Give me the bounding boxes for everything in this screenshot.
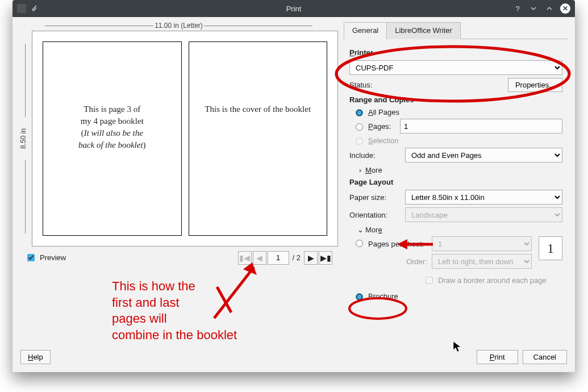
preview-checkbox[interactable] — [27, 254, 35, 261]
tab-general[interactable]: General — [344, 22, 387, 39]
status-label: Status: — [349, 81, 401, 89]
preview-page-right: This is the cover of the booklet — [189, 41, 328, 236]
help-titlebar-button[interactable]: ? — [512, 3, 523, 14]
pager-prev-button[interactable]: ◀ — [253, 251, 266, 265]
order-select: Left to right, then down — [432, 254, 532, 269]
preview-label: Preview — [40, 253, 66, 262]
draw-border-checkbox — [426, 277, 433, 284]
pager-current-input[interactable] — [268, 251, 289, 265]
pages-per-sheet-select: 1 — [432, 236, 532, 251]
help-button[interactable]: Help — [20, 350, 51, 364]
all-pages-label: All Pages — [368, 108, 399, 116]
chevron-down-icon: ⌄ — [357, 226, 363, 234]
footer: Help Print Cancel — [12, 344, 575, 372]
ruler-left: 8.50 in — [19, 31, 32, 247]
order-label: Order: — [368, 257, 427, 266]
brochure-label: Brochure — [368, 292, 398, 301]
preview-sheet: This is page 3 of my 4 page booklet (It … — [32, 31, 338, 247]
print-button[interactable]: Print — [477, 350, 518, 364]
preview-text: It will also be the — [84, 128, 143, 137]
pager-next-button[interactable]: ▶ — [304, 251, 318, 265]
selection-label: Selection — [368, 136, 398, 145]
preview-page-left: This is page 3 of my 4 page booklet (It … — [43, 41, 182, 236]
pages-radio[interactable] — [356, 123, 363, 131]
ruler-top: 11.00 in (Letter) — [19, 22, 338, 30]
window-title: Print — [12, 5, 575, 13]
close-titlebar-button[interactable]: ✕ — [560, 3, 570, 14]
preview-text: my 4 page booklet — [81, 116, 144, 126]
pager: ▮◀ ◀ / 2 ▶ ▶▮ — [238, 251, 332, 265]
settings-pane: General LibreOffice Writer Printer CUPS-… — [344, 22, 568, 344]
range-more-expander[interactable]: › More — [357, 166, 562, 174]
pages-per-sheet-label: Pages per sheet: — [368, 240, 427, 248]
all-pages-radio[interactable] — [356, 109, 363, 116]
draw-border-label: Draw a border around each page — [438, 276, 547, 285]
pin-icon[interactable] — [31, 5, 39, 12]
pager-first-button[interactable]: ▮◀ — [238, 251, 252, 265]
layout-more-expander[interactable]: ⌄ More — [357, 226, 562, 234]
print-dialog-window: Print ? ✕ 11.00 in (Letter) 8.50 in — [12, 0, 575, 372]
chevron-right-icon: › — [357, 166, 363, 174]
pages-label: Pages: — [368, 122, 397, 131]
printer-select[interactable]: CUPS-PDF — [349, 60, 562, 75]
preview-text: ) — [143, 140, 146, 149]
layout-section-title: Page Layout — [349, 178, 562, 186]
pages-per-sheet-thumbnail: 1 — [539, 236, 562, 260]
paper-select[interactable]: Letter 8.50in x 11.00in — [405, 190, 562, 205]
preview-text: back of the booklet — [78, 140, 143, 149]
preview-text: This is page 3 of — [84, 105, 140, 114]
app-icon — [17, 4, 26, 13]
printer-section-title: Printer — [349, 48, 562, 57]
maximize-titlebar-button[interactable] — [544, 3, 554, 14]
range-section-title: Range and Copies — [349, 95, 562, 104]
titlebar: Print ? ✕ — [12, 0, 575, 17]
preview-text: This is the cover of the booklet — [205, 105, 311, 114]
cursor-icon — [453, 341, 462, 352]
include-select[interactable]: Odd and Even Pages — [405, 148, 562, 162]
properties-button[interactable]: Properties... — [508, 78, 562, 92]
cancel-button[interactable]: Cancel — [523, 350, 567, 364]
paper-label: Paper size: — [349, 193, 401, 202]
pager-last-button[interactable]: ▶▮ — [319, 251, 332, 265]
tabstrip: General LibreOffice Writer — [344, 22, 568, 39]
orientation-label: Orientation: — [349, 211, 401, 219]
selection-radio — [356, 137, 363, 145]
include-label: Include: — [349, 151, 401, 160]
tab-writer[interactable]: LibreOffice Writer — [386, 22, 461, 39]
pages-input[interactable] — [400, 119, 562, 134]
preview-pane: 11.00 in (Letter) 8.50 in This is page 3… — [19, 22, 338, 344]
brochure-radio[interactable] — [356, 293, 363, 301]
pages-per-sheet-radio[interactable] — [356, 240, 363, 247]
minimize-titlebar-button[interactable] — [528, 3, 539, 14]
pager-total: / 2 — [293, 253, 301, 262]
orientation-select: Landscape — [405, 207, 562, 222]
